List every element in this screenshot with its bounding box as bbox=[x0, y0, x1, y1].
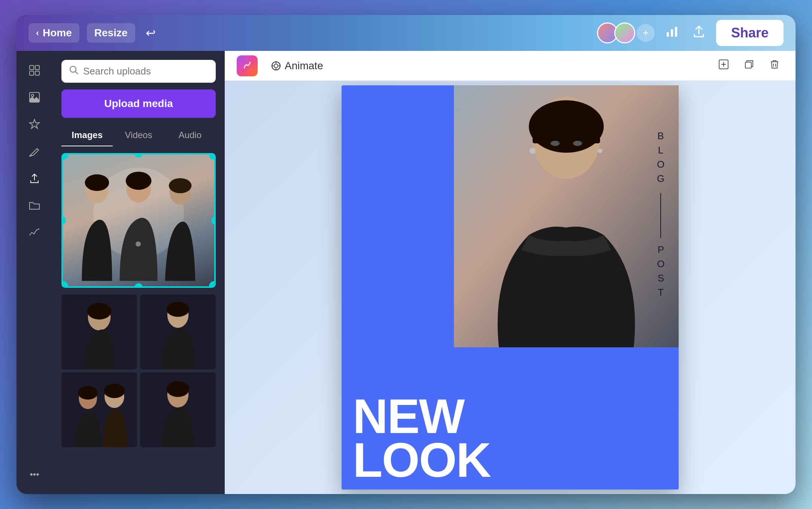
svg-point-35 bbox=[274, 64, 278, 68]
featured-image-thumb[interactable] bbox=[61, 153, 216, 288]
sidebar-item-draw[interactable] bbox=[22, 139, 46, 163]
canvas-toolbar: Animate bbox=[225, 51, 796, 81]
svg-point-33 bbox=[241, 60, 253, 72]
image-grid-bottom bbox=[61, 295, 216, 447]
duplicate-button[interactable] bbox=[740, 55, 758, 76]
svg-rect-4 bbox=[35, 65, 39, 70]
avatar-image-2 bbox=[615, 24, 634, 42]
svg-rect-6 bbox=[35, 71, 39, 75]
svg-point-8 bbox=[31, 94, 34, 97]
headline-line1: NEW bbox=[353, 394, 491, 438]
avatar-group: + bbox=[597, 22, 655, 43]
canvas-viewport: Nischal BLOG POST NEW LOOK bbox=[225, 81, 796, 494]
tab-images[interactable]: Images bbox=[61, 125, 113, 146]
svg-point-17 bbox=[126, 172, 152, 190]
sidebar-item-upload[interactable] bbox=[22, 166, 46, 190]
home-button[interactable]: ‹ Home bbox=[28, 23, 79, 43]
sidebar-item-layout[interactable] bbox=[22, 58, 46, 82]
chevron-left-icon: ‹ bbox=[36, 28, 39, 38]
share-button[interactable]: Share bbox=[716, 20, 784, 46]
svg-point-32 bbox=[167, 381, 190, 397]
animate-label: Animate bbox=[285, 60, 323, 72]
main-area: ••• Upload media bbox=[16, 51, 796, 494]
home-label: Home bbox=[43, 27, 72, 39]
svg-rect-2 bbox=[675, 27, 677, 37]
svg-point-16 bbox=[85, 174, 109, 191]
headline-text: NEW LOOK bbox=[353, 394, 491, 482]
delete-button[interactable] bbox=[766, 55, 784, 76]
svg-rect-50 bbox=[533, 123, 600, 143]
canvas-photo: Nischal bbox=[454, 85, 679, 347]
export-button[interactable] bbox=[689, 22, 709, 44]
thumbnail-3[interactable] bbox=[140, 295, 216, 369]
svg-point-54 bbox=[598, 149, 602, 153]
blog-post-label: BLOG POST bbox=[654, 130, 667, 301]
app-container: ‹ Home Resize ↩ + bbox=[16, 15, 796, 494]
top-bar-left: ‹ Home Resize ↩ bbox=[28, 23, 159, 43]
sidebar-item-elements[interactable] bbox=[22, 112, 46, 136]
svg-point-10 bbox=[70, 66, 76, 72]
analytics-button[interactable] bbox=[662, 22, 682, 44]
canvas-area: Animate bbox=[225, 51, 796, 494]
tab-videos[interactable]: Videos bbox=[113, 125, 164, 146]
svg-marker-9 bbox=[30, 119, 39, 128]
svg-rect-43 bbox=[745, 62, 751, 68]
canvas-toolbar-right bbox=[715, 55, 784, 76]
svg-rect-1 bbox=[671, 29, 673, 37]
add-collaborator-button[interactable]: + bbox=[637, 24, 655, 42]
app-icon bbox=[237, 55, 258, 76]
share-label: Share bbox=[731, 25, 769, 40]
svg-rect-0 bbox=[667, 32, 669, 37]
thumbnail-5[interactable] bbox=[140, 372, 216, 447]
svg-point-21 bbox=[87, 303, 112, 319]
svg-point-52 bbox=[573, 141, 582, 146]
svg-point-29 bbox=[104, 384, 125, 398]
undo-button[interactable]: ↩ bbox=[143, 23, 159, 43]
design-canvas: Nischal BLOG POST NEW LOOK bbox=[342, 85, 679, 490]
svg-point-53 bbox=[530, 148, 536, 154]
svg-point-18 bbox=[169, 178, 192, 193]
sidebar-item-images[interactable] bbox=[22, 85, 46, 109]
headline-line2: LOOK bbox=[353, 438, 491, 482]
search-icon bbox=[69, 65, 79, 77]
svg-rect-3 bbox=[30, 65, 34, 70]
svg-rect-5 bbox=[30, 71, 34, 75]
export-icon bbox=[692, 27, 706, 41]
icon-sidebar: ••• bbox=[16, 51, 52, 494]
more-icon: ••• bbox=[30, 469, 39, 480]
avatar-2 bbox=[614, 22, 635, 43]
add-page-button[interactable] bbox=[715, 55, 733, 76]
divider-line bbox=[660, 193, 661, 238]
sidebar-item-charts[interactable] bbox=[22, 220, 46, 244]
svg-line-11 bbox=[75, 71, 78, 74]
thumbnail-4[interactable] bbox=[61, 372, 137, 447]
upload-media-button[interactable]: Upload media bbox=[61, 89, 216, 118]
tab-audio[interactable]: Audio bbox=[164, 125, 216, 146]
svg-point-51 bbox=[551, 141, 560, 146]
search-bar bbox=[61, 60, 216, 83]
analytics-icon bbox=[665, 27, 679, 41]
resize-label: Resize bbox=[94, 27, 128, 39]
undo-icon: ↩ bbox=[146, 26, 156, 40]
thumbnail-2[interactable] bbox=[61, 295, 137, 369]
upload-media-label: Upload media bbox=[104, 98, 173, 109]
uploads-panel: Upload media Images Videos Audio bbox=[52, 51, 225, 494]
resize-button[interactable]: Resize bbox=[87, 23, 135, 43]
svg-point-27 bbox=[78, 386, 98, 399]
animate-button[interactable]: Animate bbox=[265, 56, 329, 76]
top-bar: ‹ Home Resize ↩ + bbox=[16, 15, 796, 51]
sidebar-more-button[interactable]: ••• bbox=[22, 463, 46, 487]
media-tabs: Images Videos Audio bbox=[61, 125, 216, 146]
image-grid bbox=[61, 153, 216, 288]
svg-point-24 bbox=[167, 302, 190, 317]
search-input[interactable] bbox=[83, 65, 208, 77]
top-bar-right: + Share bbox=[597, 20, 784, 46]
sidebar-item-folder[interactable] bbox=[22, 193, 46, 217]
